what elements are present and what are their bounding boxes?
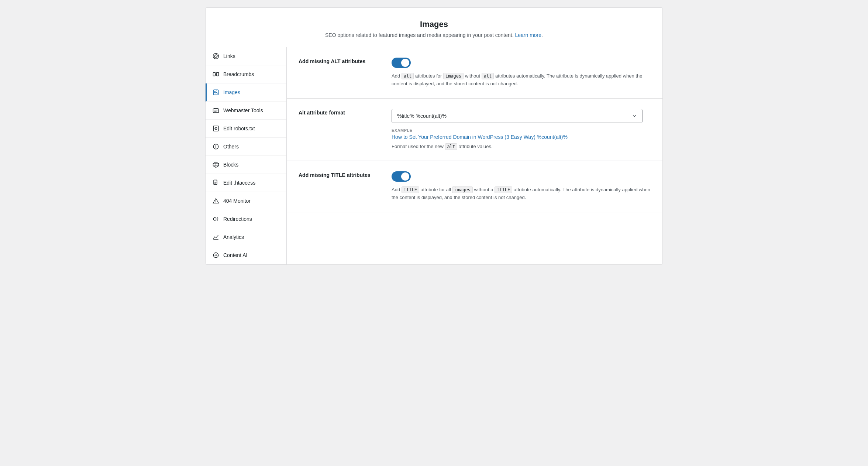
alt-attributes-row: Add missing ALT attributes Add alt attri… [287,47,662,99]
alt-format-desc: Format used for the new alt attribute va… [392,143,651,151]
sidebar-label-images: Images [223,89,240,95]
sidebar-label-blocks: Blocks [223,162,238,168]
sidebar-item-htaccess[interactable]: Edit .htaccess [206,174,286,192]
htaccess-icon [212,179,220,186]
alt-format-row: Alt attribute format %title% %count(alt)… [287,99,662,161]
title-attributes-label: Add missing TITLE attributes [299,171,380,178]
alt-toggle[interactable] [392,58,411,68]
svg-rect-4 [213,90,218,95]
svg-point-12 [216,128,216,129]
svg-rect-1 [213,73,216,76]
example-link[interactable]: How to Set Your Preferred Domain in Word… [392,134,651,140]
learn-more-link[interactable]: Learn more [515,32,541,38]
images-icon [212,89,220,96]
alt-attributes-desc: Add alt attributes for images without al… [392,72,651,88]
svg-point-30 [215,254,216,255]
breadcrumbs-icon [212,71,220,78]
robots-icon [212,125,220,132]
main-content: Add missing ALT attributes Add alt attri… [287,47,662,264]
others-icon [212,143,220,150]
sidebar-item-edit-robots[interactable]: Edit robots.txt [206,120,286,138]
dropdown-arrow-icon[interactable] [626,109,642,123]
sidebar-label-content-ai: Content AI [223,252,247,258]
sidebar-item-images[interactable]: Images [206,83,286,102]
redirections-icon [212,215,220,223]
sidebar-label-links: Links [223,53,235,59]
sidebar-item-others[interactable]: Others [206,138,286,156]
page-title: Images [220,20,648,29]
svg-point-14 [216,145,216,146]
sidebar-item-redirections[interactable]: Redirections [206,210,286,228]
sidebar-item-breadcrumbs[interactable]: Breadcrumbs [206,65,286,83]
webmaster-icon [212,107,220,114]
page-wrapper: Images SEO options related to featured i… [198,0,670,272]
svg-rect-7 [213,109,219,113]
alt-toggle-wrapper [392,58,651,68]
title-toggle[interactable] [392,171,411,182]
toggle-thumb-title [401,172,409,181]
code-images1: images [443,73,464,79]
svg-point-26 [216,202,216,203]
content-area: Links Breadcrumbs [206,47,662,264]
title-toggle-wrapper [392,171,651,182]
sidebar-item-links[interactable]: Links [206,47,286,65]
svg-point-5 [214,91,215,92]
code-alt2: alt [482,73,494,79]
code-title1: TITLE [402,186,419,193]
toggle-thumb [401,59,409,67]
alt-attributes-control: Add alt attributes for images without al… [392,58,651,88]
svg-rect-27 [213,217,216,220]
sidebar-item-404[interactable]: 404 Monitor [206,192,286,210]
svg-rect-2 [217,73,219,76]
title-attributes-row: Add missing TITLE attributes Add TITLE a… [287,161,662,212]
sidebar-item-analytics[interactable]: Analytics [206,228,286,246]
links-icon [212,52,220,60]
alt-attributes-label: Add missing ALT attributes [299,58,380,64]
alt-format-value: %title% %count(alt)% [392,109,626,123]
page-description: SEO options related to featured images a… [220,32,648,38]
sidebar-label-robots: Edit robots.txt [223,126,255,131]
example-label: EXAMPLE [392,128,651,133]
alt-format-control: %title% %count(alt)% EXAMPLE How to Set … [392,109,651,151]
sidebar-label-breadcrumbs: Breadcrumbs [223,71,254,77]
title-attributes-desc: Add TITLE attribute for all images witho… [392,186,651,202]
sidebar-label-redirections: Redirections [223,216,252,222]
monitor-icon [212,197,220,205]
page-header: Images SEO options related to featured i… [206,8,662,47]
sidebar-item-content-ai[interactable]: Content AI [206,246,286,264]
svg-rect-6 [216,90,217,91]
sidebar-label-others: Others [223,144,239,150]
blocks-icon [212,161,220,168]
sidebar-label-htaccess: Edit .htaccess [223,180,255,186]
analytics-icon [212,233,220,241]
code-alt3: alt [445,143,458,150]
svg-point-31 [217,254,217,255]
sidebar-label-webmaster: Webmaster Tools [223,107,263,113]
code-alt1: alt [402,73,414,79]
svg-point-0 [213,54,219,59]
sidebar-label-404: 404 Monitor [223,198,251,204]
sidebar-label-analytics: Analytics [223,234,244,240]
sidebar-item-blocks[interactable]: Blocks [206,156,286,174]
code-images2: images [452,186,472,193]
alt-format-dropdown[interactable]: %title% %count(alt)% [392,109,643,123]
sidebar-item-webmaster-tools[interactable]: Webmaster Tools [206,102,286,120]
code-title2: TITLE [495,186,512,193]
sidebar: Links Breadcrumbs [206,47,287,264]
title-attributes-control: Add TITLE attribute for all images witho… [392,171,651,202]
main-card: Images SEO options related to featured i… [205,7,663,265]
alt-format-label: Alt attribute format [299,109,380,116]
content-ai-icon [212,251,220,259]
